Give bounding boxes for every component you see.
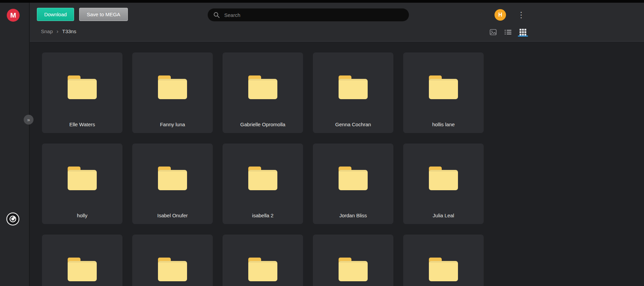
folder-icon: [66, 74, 98, 101]
header: Download Save to MEGA H ⋮ Snap › T33ns: [30, 0, 644, 42]
folder-icon: [247, 165, 279, 192]
search-input[interactable]: [224, 12, 404, 18]
folder-icon: [428, 74, 459, 101]
download-button[interactable]: Download: [37, 8, 74, 21]
folder-card[interactable]: holly: [42, 144, 122, 224]
double-chevron-right-icon: »: [27, 117, 30, 123]
list-view-icon: [505, 29, 511, 35]
folder-name: Isabel Onufer: [132, 213, 213, 218]
browser-top-strip: [0, 0, 644, 3]
sidebar-expand-button[interactable]: »: [24, 115, 33, 125]
folder-icon: [247, 74, 279, 101]
folder-icon: [337, 256, 369, 283]
media-view-icon: [490, 29, 497, 35]
folder-name: Jordan Bliss: [313, 213, 393, 218]
folder-icon: [157, 256, 188, 283]
folder-card[interactable]: Julia Leal: [403, 144, 484, 224]
grid-view-button[interactable]: [520, 29, 526, 36]
cookie-settings-icon: [6, 212, 20, 226]
folder-card[interactable]: [223, 235, 303, 286]
media-view-button[interactable]: [490, 29, 497, 36]
folder-card[interactable]: Genna Cochran: [313, 52, 393, 133]
folder-name: hollis lane: [403, 122, 484, 127]
folder-name: Julia Leal: [403, 213, 484, 218]
folder-card[interactable]: [132, 235, 213, 286]
folder-card[interactable]: Isabel Onufer: [132, 144, 213, 224]
grid-view-icon: [520, 29, 526, 36]
folder-icon: [428, 256, 459, 283]
save-to-mega-button[interactable]: Save to MEGA: [79, 8, 128, 21]
folder-icon: [428, 165, 459, 192]
folder-card[interactable]: [42, 235, 122, 286]
search-icon: [213, 12, 220, 18]
folder-name: Genna Cochran: [313, 122, 393, 127]
breadcrumb: Snap › T33ns: [41, 28, 76, 34]
folder-name: Elle Waters: [42, 122, 122, 127]
breadcrumb-root[interactable]: Snap: [41, 28, 53, 34]
mega-logo-letter: M: [10, 11, 16, 19]
chevron-right-icon: ›: [56, 28, 59, 34]
search-bar[interactable]: [208, 8, 409, 21]
folder-card[interactable]: [313, 235, 393, 286]
active-view-underline: [518, 36, 528, 37]
folder-card[interactable]: Elle Waters: [42, 52, 122, 133]
folder-icon: [157, 74, 188, 101]
folder-card[interactable]: isabella 2: [223, 144, 303, 224]
folder-card[interactable]: Gabrielle Opromolla: [223, 52, 303, 133]
folder-name: isabella 2: [223, 213, 303, 218]
folder-card[interactable]: Fanny luna: [132, 52, 213, 133]
folder-card[interactable]: Jordan Bliss: [313, 144, 393, 224]
folder-card[interactable]: [403, 235, 484, 286]
folder-icon: [66, 256, 98, 283]
mega-logo[interactable]: M: [7, 9, 20, 22]
folder-card[interactable]: hollis lane: [403, 52, 484, 133]
view-toggle: [490, 29, 526, 36]
main-area: Download Save to MEGA H ⋮ Snap › T33ns: [30, 0, 644, 286]
folder-name: holly: [42, 213, 122, 218]
folder-icon: [66, 165, 98, 192]
kebab-menu-icon[interactable]: ⋮: [517, 9, 526, 21]
avatar-initial: H: [498, 12, 502, 18]
folder-grid: Elle Waters Fanny luna Gabrielle Opromol…: [30, 42, 644, 286]
folder-name: Gabrielle Opromolla: [223, 122, 303, 127]
list-view-button[interactable]: [505, 29, 511, 36]
sidebar: M »: [0, 0, 29, 286]
avatar[interactable]: H: [495, 9, 506, 21]
app-window: M » Download Save to MEGA: [0, 0, 644, 286]
folder-icon: [157, 165, 188, 192]
cookie-settings-button[interactable]: [6, 212, 20, 226]
folder-name: Fanny luna: [132, 122, 213, 127]
folder-icon: [337, 74, 369, 101]
folder-icon: [337, 165, 369, 192]
breadcrumb-current: T33ns: [62, 28, 76, 34]
folder-icon: [247, 256, 279, 283]
